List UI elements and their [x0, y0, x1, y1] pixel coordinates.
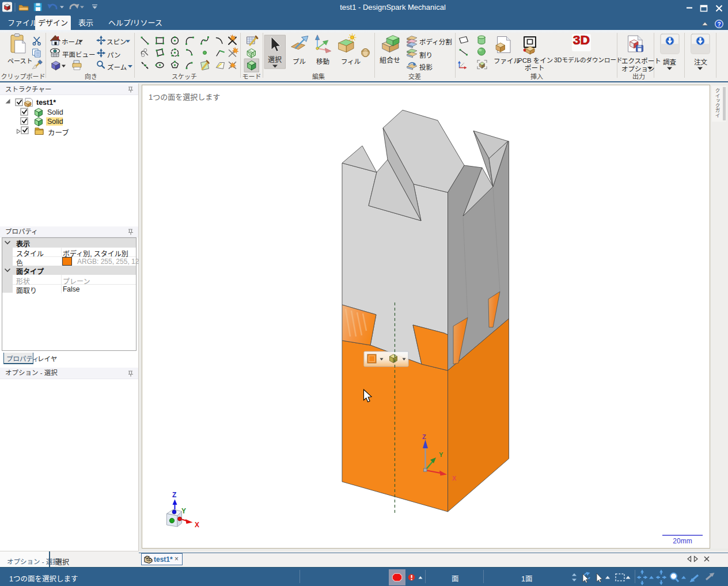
svg-text:20mm: 20mm: [673, 537, 692, 545]
svg-text:Y: Y: [181, 507, 186, 515]
svg-text:3D: 3D: [573, 33, 590, 47]
svg-text:Y: Y: [439, 451, 443, 458]
svg-text:Z: Z: [172, 491, 176, 499]
svg-text:X: X: [195, 521, 199, 529]
svg-text:?: ?: [717, 21, 721, 28]
svg-text:Z: Z: [422, 433, 426, 440]
svg-text:X: X: [452, 475, 457, 482]
